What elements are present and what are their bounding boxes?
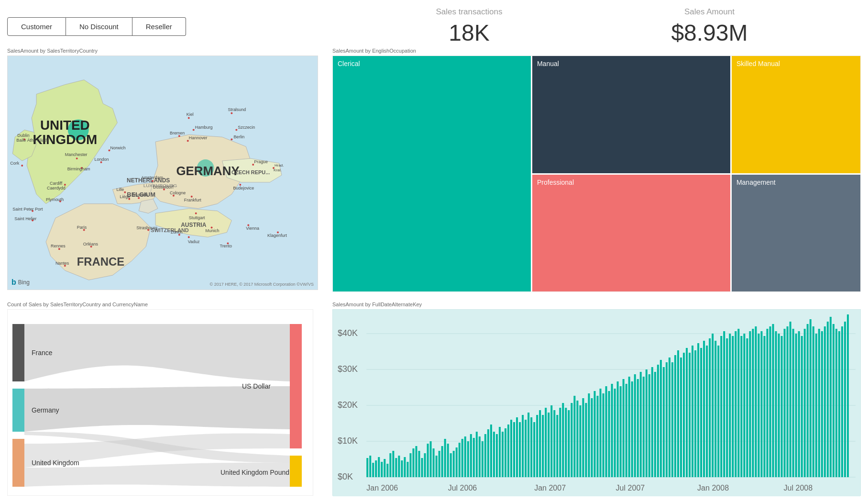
svg-rect-163 <box>505 428 506 477</box>
sankey-container[interactable]: France Germany United Kingdom US Dollar … <box>7 309 313 496</box>
svg-rect-249 <box>752 329 754 477</box>
svg-rect-151 <box>470 434 472 477</box>
svg-point-41 <box>235 129 237 131</box>
svg-rect-201 <box>614 389 616 477</box>
svg-rect-239 <box>723 331 725 477</box>
svg-rect-260 <box>784 329 786 477</box>
svg-text:Trento: Trento <box>220 244 232 248</box>
svg-rect-146 <box>456 447 458 477</box>
svg-rect-183 <box>562 403 564 477</box>
svg-point-53 <box>138 197 140 199</box>
svg-rect-152 <box>473 438 475 477</box>
treemap-skilled[interactable]: Skilled Manual <box>732 56 860 173</box>
svg-rect-237 <box>717 346 719 477</box>
treemap-clerical[interactable]: Clerical <box>333 56 531 291</box>
svg-rect-94 <box>12 324 24 381</box>
svg-text:London: London <box>95 157 109 162</box>
svg-rect-282 <box>847 314 849 477</box>
svg-text:Lille: Lille <box>116 187 124 192</box>
svg-rect-258 <box>778 334 780 477</box>
svg-text:Orléans: Orléans <box>83 242 99 246</box>
svg-text:Jul 2006: Jul 2006 <box>448 483 477 492</box>
svg-rect-261 <box>787 326 789 477</box>
svg-rect-165 <box>510 420 512 477</box>
transactions-value: 18K <box>436 20 502 46</box>
svg-text:$30K: $30K <box>338 364 358 374</box>
svg-rect-224 <box>680 358 682 477</box>
svg-rect-223 <box>677 350 679 477</box>
barchart-container[interactable]: $40K $30K $20K $10K $0K <box>332 309 861 496</box>
customer-filter-btn[interactable]: Customer <box>7 17 66 36</box>
svg-rect-251 <box>758 334 759 477</box>
svg-text:United Kingdom Pound: United Kingdom Pound <box>220 469 289 476</box>
svg-rect-139 <box>436 456 438 477</box>
svg-rect-156 <box>484 434 486 477</box>
svg-rect-137 <box>430 441 432 477</box>
map-title: SalesAmount by SalesTerritoryCountry <box>7 48 318 54</box>
svg-rect-267 <box>804 329 806 477</box>
svg-rect-126 <box>398 456 400 477</box>
svg-rect-274 <box>824 326 826 477</box>
svg-text:Berlin: Berlin <box>233 134 244 139</box>
svg-rect-190 <box>582 398 584 477</box>
svg-rect-265 <box>798 331 800 477</box>
svg-text:Amsterdam: Amsterdam <box>141 175 163 180</box>
svg-point-66 <box>195 212 197 214</box>
sales-amount-label: Sales Amount <box>671 7 747 17</box>
svg-text:Munich: Munich <box>206 228 220 233</box>
treemap-title: SalesAmount by EnglishOccupation <box>332 48 861 54</box>
svg-text:Rennes: Rennes <box>51 244 66 248</box>
svg-rect-175 <box>539 410 541 477</box>
svg-rect-157 <box>487 429 489 477</box>
svg-rect-121 <box>384 459 385 477</box>
svg-rect-123 <box>389 453 391 477</box>
svg-text:Vaduz: Vaduz <box>188 239 200 244</box>
svg-text:Germany: Germany <box>32 406 59 414</box>
svg-rect-184 <box>565 408 567 477</box>
map-area: SalesAmount by SalesTerritoryCountry <box>7 48 323 297</box>
svg-rect-127 <box>401 460 403 477</box>
svg-rect-172 <box>530 417 532 477</box>
svg-rect-176 <box>542 415 544 477</box>
svg-rect-205 <box>626 384 627 477</box>
svg-rect-186 <box>571 403 572 477</box>
svg-rect-197 <box>603 393 604 477</box>
svg-text:UNITED: UNITED <box>40 118 90 133</box>
svg-text:Hannover: Hannover <box>189 135 208 140</box>
svg-rect-217 <box>660 360 662 477</box>
treemap-management[interactable]: Management <box>732 175 860 292</box>
svg-text:Liège: Liège <box>120 194 130 199</box>
svg-rect-222 <box>674 355 676 477</box>
svg-text:Hamburg: Hamburg <box>195 125 213 130</box>
svg-rect-218 <box>663 367 665 477</box>
transactions-label: Sales transactions <box>436 7 502 17</box>
svg-rect-125 <box>395 458 397 477</box>
svg-rect-233 <box>706 346 708 477</box>
barchart-area: SalesAmount by FullDateAlternateKey $40K… <box>323 297 861 503</box>
svg-rect-232 <box>703 341 705 477</box>
svg-text:Kral.: Kral. <box>274 168 281 172</box>
svg-text:US Dollar: US Dollar <box>242 382 271 390</box>
sales-amount-value: $8.93M <box>671 20 747 46</box>
svg-rect-257 <box>775 331 777 477</box>
reseller-filter-btn[interactable]: Reseller <box>132 17 186 36</box>
svg-rect-116 <box>369 456 371 477</box>
svg-text:Vienna: Vienna <box>246 226 259 231</box>
svg-rect-162 <box>502 432 504 477</box>
barchart-svg: $40K $30K $20K $10K $0K <box>333 310 860 496</box>
no-discount-filter-btn[interactable]: No Discount <box>66 17 132 36</box>
map-container[interactable]: UNITED KINGDOM GERMANY FRANCE BELGIUM LU… <box>7 56 318 290</box>
svg-text:GERMANY: GERMANY <box>176 164 239 178</box>
treemap-professional[interactable]: Professional <box>532 175 730 292</box>
svg-rect-248 <box>749 331 751 477</box>
svg-rect-208 <box>634 374 636 477</box>
svg-rect-246 <box>743 334 745 477</box>
svg-text:$20K: $20K <box>338 400 358 410</box>
svg-point-90 <box>124 191 126 193</box>
svg-rect-159 <box>493 432 495 477</box>
svg-text:Nantes: Nantes <box>55 261 69 266</box>
svg-rect-255 <box>769 326 771 477</box>
treemap-manual[interactable]: Manual <box>532 56 730 173</box>
svg-rect-136 <box>427 444 429 477</box>
svg-rect-95 <box>12 389 24 432</box>
